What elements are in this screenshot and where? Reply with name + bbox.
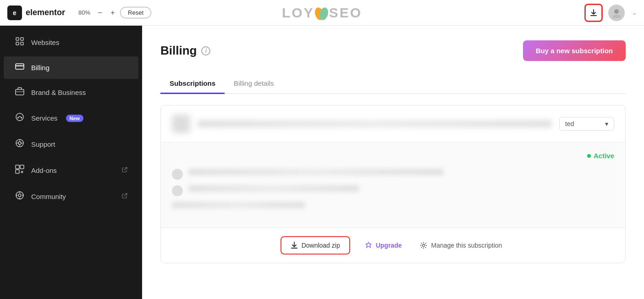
sidebar-item-support-label: Support (31, 140, 55, 148)
buy-subscription-button[interactable]: Buy a new subscription (523, 40, 626, 61)
addons-icon-svg (15, 165, 24, 174)
community-icon (15, 191, 25, 202)
sidebar-item-community[interactable]: Community (4, 184, 138, 209)
services-icon (15, 112, 25, 124)
active-dot (587, 154, 591, 158)
svg-line-27 (124, 167, 127, 170)
billing-icon (15, 63, 25, 72)
community-icon-svg (15, 191, 24, 200)
sidebar-item-services-label: Services (31, 114, 58, 122)
status-dropdown-value: ted (565, 120, 574, 127)
zoom-level: 80% (76, 9, 93, 16)
download-zip-button[interactable]: Download zip (281, 236, 350, 255)
sidebar-item-brand-label: Brand & Business (31, 89, 86, 96)
detail-row-2 (172, 185, 614, 197)
detail-icon-2 (172, 185, 183, 196)
reset-button[interactable]: Reset (120, 7, 151, 18)
svg-point-29 (18, 194, 21, 197)
content-area: Billing i Buy a new subscription Subscri… (142, 26, 644, 299)
svg-point-30 (16, 195, 17, 196)
svg-point-33 (19, 198, 21, 199)
manage-icon (420, 242, 427, 249)
support-icon-svg (15, 138, 24, 148)
upgrade-icon (365, 242, 372, 249)
sidebar-item-billing[interactable]: Billing (4, 56, 138, 79)
subscription-row-top: ted ▾ (161, 105, 625, 143)
add-ons-icon (15, 165, 25, 176)
elementor-logo: e elementor (7, 6, 65, 20)
download-icon (589, 9, 598, 17)
topbar-center: LOY SEO (282, 5, 362, 21)
svg-rect-23 (20, 165, 24, 169)
zoom-minus-button[interactable]: − (94, 7, 105, 18)
subscription-actions: Download zip Upgrade Manage this subscri… (161, 227, 625, 263)
svg-rect-11 (16, 89, 24, 95)
subscription-title-blurred (198, 120, 552, 127)
add-ons-external-icon (122, 167, 127, 174)
status-dropdown[interactable]: ted ▾ (559, 117, 614, 131)
topbar-download-button[interactable] (584, 4, 603, 22)
tab-subscriptions[interactable]: Subscriptions (160, 74, 225, 94)
svg-rect-22 (16, 165, 19, 169)
manage-label: Manage this subscription (431, 242, 502, 249)
sidebar-item-websites[interactable]: Websites (4, 30, 138, 55)
avatar (608, 5, 625, 21)
detail-content-1 (188, 169, 614, 181)
zoom-plus-button[interactable]: + (107, 7, 118, 18)
download-zip-icon (291, 242, 298, 249)
svg-point-4 (612, 15, 621, 18)
elementor-logo-icon: e (7, 6, 22, 20)
loyseo-logo: LOY SEO (282, 5, 362, 21)
page-title: Billing i (160, 44, 210, 58)
chevron-down-icon: ⌄ (632, 10, 637, 16)
active-text: Active (594, 152, 614, 160)
sidebar-item-billing-label: Billing (31, 64, 50, 72)
sidebar-item-support[interactable]: Support (4, 132, 138, 156)
page-title-text: Billing (160, 44, 197, 58)
topbar-right: ⌄ (584, 4, 637, 22)
sidebar: Websites Billing Brand & Business (0, 26, 142, 299)
tabs-container: Subscriptions Billing details (160, 74, 626, 94)
sidebar-item-websites-label: Websites (31, 39, 59, 46)
svg-point-3 (614, 9, 619, 14)
logo-text: elementor (26, 8, 65, 17)
services-icon-svg (15, 112, 24, 122)
detail-row-3 (172, 202, 614, 214)
topbar-left: e elementor 80% − + Reset (7, 6, 151, 20)
upgrade-button[interactable]: Upgrade (361, 237, 406, 254)
sidebar-item-add-ons[interactable]: Add-ons (4, 158, 138, 183)
sidebar-item-brand-business[interactable]: Brand & Business (4, 81, 138, 104)
brand-icon-svg (15, 87, 24, 95)
zoom-controls: 80% − + Reset (76, 7, 151, 18)
subscription-card: ted ▾ Active (160, 105, 626, 263)
billing-icon-svg (15, 63, 24, 70)
topbar: e elementor 80% − + Reset LOY SEO (0, 0, 644, 26)
info-icon[interactable]: i (201, 46, 210, 55)
active-badge: Active (587, 152, 614, 160)
user-dropdown[interactable]: ⌄ (630, 10, 637, 16)
subscription-avatar (172, 115, 190, 133)
svg-rect-35 (291, 248, 297, 249)
community-external-icon (122, 193, 127, 200)
community-external-link-icon (122, 193, 127, 199)
svg-rect-10 (16, 65, 24, 66)
svg-point-17 (18, 142, 21, 144)
svg-point-31 (22, 195, 24, 196)
manage-subscription-button[interactable]: Manage this subscription (416, 237, 506, 254)
svg-line-34 (124, 194, 127, 196)
logo-letter: e (13, 9, 17, 17)
svg-point-14 (17, 117, 19, 119)
sidebar-item-services[interactable]: Services New (4, 106, 138, 130)
user-avatar-icon (611, 8, 622, 18)
detail-content-3 (172, 202, 614, 214)
detail-icon-1 (172, 169, 183, 180)
tab-billing-details[interactable]: Billing details (225, 74, 283, 94)
detail-content-2 (188, 185, 614, 197)
svg-rect-2 (590, 15, 597, 16)
loyseo-text-left: LOY (282, 5, 314, 21)
upgrade-label: Upgrade (376, 242, 402, 249)
detail-blurred-line-1 (188, 169, 444, 175)
services-badge: New (66, 115, 84, 122)
detail-row-1 (172, 169, 614, 181)
websites-icon (15, 37, 25, 48)
